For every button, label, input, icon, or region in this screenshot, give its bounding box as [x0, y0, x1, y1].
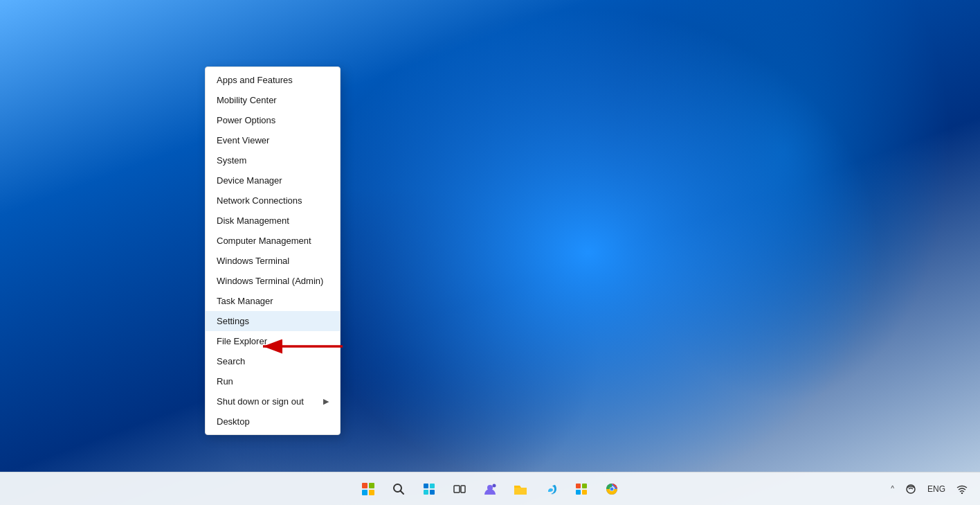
menu-item-label-network-connections: Network Connections — [217, 195, 302, 206]
menu-item-label-power-options: Power Options — [217, 115, 275, 125]
menu-item-label-settings: Settings — [217, 316, 249, 326]
menu-item-label-mobility-center: Mobility Center — [217, 95, 277, 105]
menu-item-label-computer-management: Computer Management — [217, 236, 311, 246]
menu-item-label-run: Run — [217, 376, 233, 387]
system-tray: ^ ENG — [887, 481, 972, 497]
menu-item-label-disk-management: Disk Management — [217, 215, 289, 226]
menu-item-network-connections[interactable]: Network Connections — [206, 191, 340, 211]
file-explorer-button[interactable] — [507, 475, 534, 503]
desktop-background — [0, 0, 980, 505]
submenu-chevron-shut-down: ▶ — [323, 397, 329, 406]
menu-item-file-explorer[interactable]: File Explorer — [206, 331, 340, 351]
svg-point-11 — [493, 484, 496, 487]
taskbar: ^ ENG — [0, 472, 980, 505]
menu-item-computer-management[interactable]: Computer Management — [206, 231, 340, 251]
svg-rect-12 — [576, 484, 581, 488]
menu-item-task-manager[interactable]: Task Manager — [206, 291, 340, 311]
menu-item-label-file-explorer: File Explorer — [217, 336, 267, 346]
menu-item-search[interactable]: Search — [206, 351, 340, 371]
menu-item-label-windows-terminal-admin: Windows Terminal (Admin) — [217, 276, 323, 286]
taskbar-center — [354, 475, 626, 503]
menu-item-system[interactable]: System — [206, 150, 340, 170]
menu-item-label-desktop: Desktop — [217, 416, 250, 427]
tray-network[interactable] — [901, 481, 920, 497]
context-menu: Apps and FeaturesMobility CenterPower Op… — [205, 67, 341, 435]
svg-rect-13 — [582, 484, 587, 488]
menu-item-run[interactable]: Run — [206, 371, 340, 391]
menu-item-label-shut-down: Shut down or sign out — [217, 396, 304, 407]
menu-item-power-options[interactable]: Power Options — [206, 110, 340, 130]
svg-rect-5 — [430, 484, 435, 488]
menu-item-settings[interactable]: Settings — [206, 311, 340, 331]
svg-point-20 — [610, 487, 614, 490]
teams-button[interactable] — [476, 475, 504, 503]
tray-wifi[interactable] — [952, 481, 972, 497]
start-button[interactable] — [354, 475, 382, 503]
menu-item-apps-features[interactable]: Apps and Features — [206, 70, 340, 90]
store-button[interactable] — [568, 475, 595, 503]
tray-language[interactable]: ENG — [923, 481, 950, 497]
task-view-button[interactable] — [446, 475, 473, 503]
menu-item-label-device-manager: Device Manager — [217, 175, 282, 186]
menu-item-label-windows-terminal: Windows Terminal — [217, 256, 289, 266]
menu-item-label-event-viewer: Event Viewer — [217, 135, 269, 145]
widgets-button[interactable] — [415, 475, 443, 503]
menu-item-desktop[interactable]: Desktop — [206, 411, 340, 432]
menu-item-label-system: System — [217, 155, 246, 166]
desktop: Apps and FeaturesMobility CenterPower Op… — [0, 0, 980, 505]
menu-item-label-search: Search — [217, 356, 245, 366]
edge-button[interactable] — [537, 475, 565, 503]
menu-item-label-apps-features: Apps and Features — [217, 75, 293, 85]
svg-rect-9 — [461, 486, 465, 493]
svg-point-22 — [961, 492, 963, 493]
svg-rect-8 — [454, 486, 460, 493]
taskbar-search-button[interactable] — [385, 475, 412, 503]
svg-rect-15 — [582, 490, 587, 495]
chrome-button[interactable] — [598, 475, 626, 503]
menu-item-mobility-center[interactable]: Mobility Center — [206, 90, 340, 110]
svg-line-3 — [401, 490, 404, 494]
menu-item-disk-management[interactable]: Disk Management — [206, 211, 340, 231]
svg-rect-6 — [424, 490, 428, 495]
menu-item-windows-terminal-admin[interactable]: Windows Terminal (Admin) — [206, 271, 340, 291]
svg-rect-4 — [424, 484, 428, 488]
svg-rect-7 — [430, 490, 435, 495]
menu-item-device-manager[interactable]: Device Manager — [206, 170, 340, 191]
menu-item-windows-terminal[interactable]: Windows Terminal — [206, 251, 340, 271]
menu-item-shut-down[interactable]: Shut down or sign out▶ — [206, 391, 340, 411]
menu-item-event-viewer[interactable]: Event Viewer — [206, 130, 340, 150]
menu-item-label-task-manager: Task Manager — [217, 296, 273, 306]
tray-chevron[interactable]: ^ — [887, 482, 898, 495]
svg-rect-14 — [576, 490, 581, 495]
